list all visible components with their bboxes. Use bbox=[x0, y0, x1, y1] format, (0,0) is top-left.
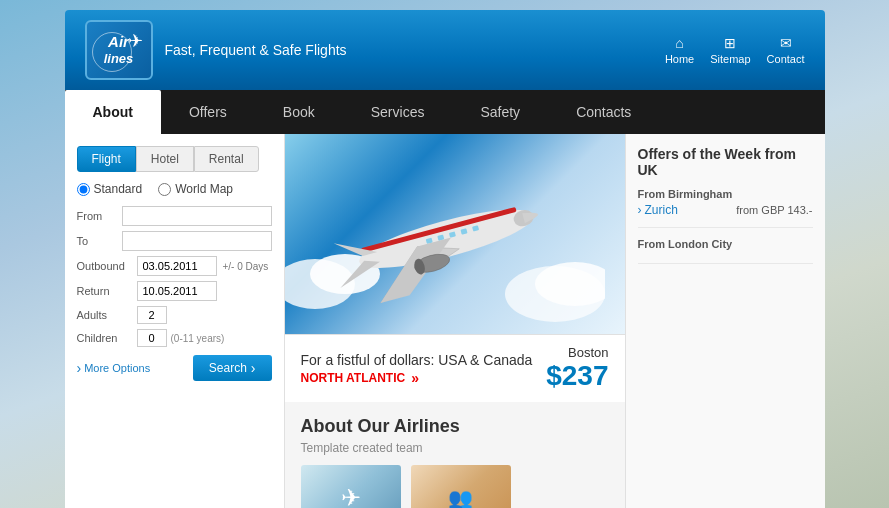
offer-link-1[interactable]: Zurich bbox=[638, 203, 678, 217]
radio-standard[interactable]: Standard bbox=[77, 182, 143, 196]
offers-title: Offers of the Week from UK bbox=[638, 146, 813, 178]
promo-city: Boston bbox=[546, 345, 608, 360]
page-wrapper: ✈ Air lines Fast, Frequent & Safe Flight… bbox=[65, 10, 825, 508]
to-row: To bbox=[77, 231, 272, 251]
radio-worldmap[interactable]: World Map bbox=[158, 182, 233, 196]
offer-row-1: Zurich from GBP 143.- bbox=[638, 203, 813, 217]
search-tabs: Flight Hotel Rental bbox=[77, 146, 272, 172]
promo-price: $237 bbox=[546, 360, 608, 392]
promo-price-area: Boston $237 bbox=[546, 345, 608, 392]
main-panel: For a fistful of dollars: USA & Canada N… bbox=[285, 134, 625, 508]
header-links: ⌂ Home ⊞ Sitemap ✉ Contact bbox=[665, 35, 805, 65]
children-row: Children (0-11 years) bbox=[77, 329, 272, 347]
content-area: Flight Hotel Rental Standard World Map F… bbox=[65, 134, 825, 508]
adults-label: Adults bbox=[77, 309, 137, 321]
offer-item-2: From London City bbox=[638, 238, 813, 264]
return-input[interactable] bbox=[137, 281, 217, 301]
return-label: Return bbox=[77, 285, 137, 297]
tab-rental[interactable]: Rental bbox=[194, 146, 259, 172]
from-row: From bbox=[77, 206, 272, 226]
search-button-label: Search bbox=[209, 361, 247, 375]
sitemap-label: Sitemap bbox=[710, 53, 750, 65]
plane-icon: ✈ bbox=[128, 30, 143, 52]
search-panel: Flight Hotel Rental Standard World Map F… bbox=[65, 134, 285, 508]
about-images: ✈ 👥 bbox=[301, 465, 609, 508]
nav-item-contacts[interactable]: Contacts bbox=[548, 90, 659, 134]
from-input[interactable] bbox=[122, 206, 272, 226]
promo-sub-label: NORTH ATLANTIC bbox=[301, 371, 406, 385]
promo-sub: NORTH ATLANTIC » bbox=[301, 370, 547, 386]
promo-bar: For a fistful of dollars: USA & Canada N… bbox=[285, 334, 625, 402]
from-label: From bbox=[77, 210, 122, 222]
children-hint: (0-11 years) bbox=[171, 333, 225, 344]
radio-worldmap-input[interactable] bbox=[158, 183, 171, 196]
promo-title: For a fistful of dollars: USA & Canada bbox=[301, 352, 547, 368]
tagline: Fast, Frequent & Safe Flights bbox=[165, 42, 347, 58]
contact-label: Contact bbox=[767, 53, 805, 65]
children-input[interactable] bbox=[137, 329, 167, 347]
more-options-row: More Options Search bbox=[77, 355, 272, 381]
home-link[interactable]: ⌂ Home bbox=[665, 35, 694, 65]
nav-bar: About Offers Book Services Safety Contac… bbox=[65, 90, 825, 134]
radio-standard-input[interactable] bbox=[77, 183, 90, 196]
header: ✈ Air lines Fast, Frequent & Safe Flight… bbox=[65, 10, 825, 90]
to-label: To bbox=[77, 235, 122, 247]
outbound-row: Outbound +/- 0 Days bbox=[77, 256, 272, 276]
nav-item-offers[interactable]: Offers bbox=[161, 90, 255, 134]
about-img-people-thumb: 👥 bbox=[411, 465, 511, 508]
about-img-people: 👥 bbox=[411, 465, 511, 508]
outbound-input[interactable] bbox=[137, 256, 217, 276]
about-text-block: About Our Airlines Template created team… bbox=[301, 416, 609, 508]
offer-city-1: Zurich bbox=[645, 203, 678, 217]
hero-plane-svg bbox=[285, 144, 605, 324]
logo-box: ✈ Air lines bbox=[85, 20, 153, 80]
return-row: Return bbox=[77, 281, 272, 301]
to-input[interactable] bbox=[122, 231, 272, 251]
more-options-link[interactable]: More Options bbox=[77, 360, 151, 376]
more-options-label: More Options bbox=[84, 362, 150, 374]
about-subtitle: Template created team bbox=[301, 441, 609, 455]
tab-hotel[interactable]: Hotel bbox=[136, 146, 194, 172]
contact-icon: ✉ bbox=[780, 35, 792, 51]
tab-flight[interactable]: Flight bbox=[77, 146, 136, 172]
sitemap-link[interactable]: ⊞ Sitemap bbox=[710, 35, 750, 65]
home-icon: ⌂ bbox=[675, 35, 683, 51]
adults-row: Adults bbox=[77, 306, 272, 324]
nav-item-book[interactable]: Book bbox=[255, 90, 343, 134]
contact-link[interactable]: ✉ Contact bbox=[767, 35, 805, 65]
nav-item-safety[interactable]: Safety bbox=[452, 90, 548, 134]
children-label: Children bbox=[77, 332, 137, 344]
offer-from-1: From Birmingham bbox=[638, 188, 813, 200]
home-label: Home bbox=[665, 53, 694, 65]
hero-image bbox=[285, 134, 625, 334]
radio-row: Standard World Map bbox=[77, 182, 272, 196]
adults-input[interactable] bbox=[137, 306, 167, 324]
nav-item-about[interactable]: About bbox=[65, 90, 161, 134]
offer-from-2: From London City bbox=[638, 238, 813, 250]
offer-item-1: From Birmingham Zurich from GBP 143.- bbox=[638, 188, 813, 228]
promo-arrow-icon: » bbox=[411, 370, 419, 386]
sitemap-icon: ⊞ bbox=[724, 35, 736, 51]
offer-price-1: from GBP 143.- bbox=[736, 204, 812, 216]
about-title: About Our Airlines bbox=[301, 416, 609, 437]
outbound-label: Outbound bbox=[77, 260, 137, 272]
nav-item-services[interactable]: Services bbox=[343, 90, 453, 134]
logo-area: ✈ Air lines Fast, Frequent & Safe Flight… bbox=[85, 20, 347, 80]
about-img-plane: ✈ bbox=[301, 465, 401, 508]
about-img-plane-thumb: ✈ bbox=[301, 465, 401, 508]
offers-sidebar: Offers of the Week from UK From Birmingh… bbox=[625, 134, 825, 508]
about-section: About Our Airlines Template created team… bbox=[285, 402, 625, 508]
days-badge: +/- 0 Days bbox=[223, 261, 269, 272]
promo-left: For a fistful of dollars: USA & Canada N… bbox=[301, 352, 547, 386]
search-button[interactable]: Search bbox=[193, 355, 272, 381]
